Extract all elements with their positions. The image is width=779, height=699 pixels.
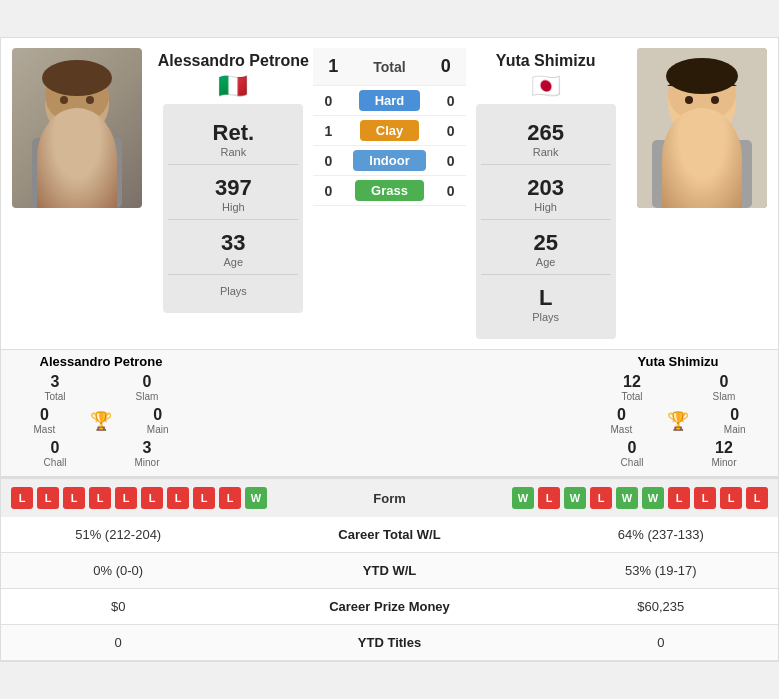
stats-right-1: 53% (19-17) (544, 553, 778, 589)
indoor-row: 0 Indoor 0 (313, 146, 465, 176)
right-minor-value: 12 (715, 439, 733, 457)
stats-left-0: 51% (212-204) (1, 517, 235, 553)
right-mast-value: 0 (617, 406, 626, 424)
form-left: LLLLLLLLLW (11, 487, 332, 509)
right-plays-label: Plays (532, 311, 559, 323)
stats-label-2: Career Prize Money (235, 589, 543, 625)
left-main-stat: 0 Main (133, 406, 183, 435)
left-form-badge-6: L (167, 487, 189, 509)
right-form-badge-0: W (512, 487, 534, 509)
left-player-name-small: Alessandro Petrone (9, 354, 193, 369)
right-chall-value: 0 (628, 439, 637, 457)
stats-label-3: YTD Titles (235, 625, 543, 661)
form-section: LLLLLLLLLW Form WLWLWWLLLL (1, 477, 778, 517)
right-total-stat: 12 Total (607, 373, 657, 402)
indoor-score-left: 0 (313, 153, 343, 169)
form-center-label: Form (340, 491, 440, 506)
right-mast-label: Mast (610, 424, 632, 435)
left-form-badge-1: L (37, 487, 59, 509)
indoor-badge: Indoor (353, 150, 425, 171)
left-rank-box: Ret. Rank 397 High 33 Age Plays (163, 104, 303, 313)
right-rank-value: 265 (527, 120, 564, 146)
hard-row: 0 Hard 0 (313, 86, 465, 116)
form-right: WLWLWWLLLL (448, 487, 769, 509)
right-chall-label: Chall (621, 457, 644, 468)
right-high-label: High (534, 201, 557, 213)
svg-point-6 (42, 60, 112, 96)
left-high-label: High (222, 201, 245, 213)
right-form-badge-2: W (564, 487, 586, 509)
right-rank-label: Rank (533, 146, 559, 158)
grass-score-right: 0 (436, 183, 466, 199)
left-minor-value: 3 (143, 439, 152, 457)
clay-score-left: 1 (313, 123, 343, 139)
left-main-value: 0 (153, 406, 162, 424)
total-score-right: 0 (426, 56, 466, 77)
left-stats-row2: 0 Mast 🏆 0 Main (9, 406, 193, 435)
right-player-name: Yuta Shimizu (496, 52, 596, 70)
left-mast-label: Mast (33, 424, 55, 435)
svg-point-3 (49, 128, 105, 148)
left-stats-row3: 0 Chall 3 Minor (9, 439, 193, 468)
left-trophy-icon: 🏆 (90, 410, 112, 432)
stats-row-0: 51% (212-204) Career Total W/L 64% (237-… (1, 517, 778, 553)
player-left (1, 48, 153, 339)
left-total-stat: 3 Total (30, 373, 80, 402)
svg-rect-10 (652, 140, 752, 208)
right-stats-row2: 0 Mast 🏆 0 Main (586, 406, 770, 435)
right-rank-box: 265 Rank 203 High 25 Age L Plays (476, 104, 616, 339)
left-slam-stat: 0 Slam (122, 373, 172, 402)
left-mast-stat: 0 Mast (19, 406, 69, 435)
right-form-badge-3: L (590, 487, 612, 509)
grass-row: 0 Grass 0 (313, 176, 465, 206)
stats-row-2: $0 Career Prize Money $60,235 (1, 589, 778, 625)
clay-row: 1 Clay 0 (313, 116, 465, 146)
svg-point-4 (60, 96, 68, 104)
stats-row-3: 0 YTD Titles 0 (1, 625, 778, 661)
right-high-stat: 203 High (481, 169, 611, 220)
right-total-label: Total (621, 391, 642, 402)
indoor-score-right: 0 (436, 153, 466, 169)
clay-score-right: 0 (436, 123, 466, 139)
player-left-photo (12, 48, 142, 208)
left-chall-stat: 0 Chall (30, 439, 80, 468)
left-rank-label: Rank (220, 146, 246, 158)
top-section: Alessandro Petrone 🇮🇹 Ret. Rank 397 High… (1, 38, 778, 349)
stats-right-3: 0 (544, 625, 778, 661)
left-form-badge-9: W (245, 487, 267, 509)
clay-badge: Clay (360, 120, 419, 141)
right-slam-label: Slam (713, 391, 736, 402)
center-spacer (201, 354, 578, 472)
left-slam-value: 0 (143, 373, 152, 391)
stats-left-3: 0 (1, 625, 235, 661)
right-slam-value: 0 (720, 373, 729, 391)
total-score-left: 1 (313, 56, 353, 77)
left-player-flag: 🇮🇹 (218, 72, 248, 100)
hard-badge: Hard (359, 90, 421, 111)
left-age-label: Age (224, 256, 244, 268)
left-high-stat: 397 High (168, 169, 298, 220)
svg-point-11 (672, 130, 732, 150)
right-minor-stat: 12 Minor (699, 439, 749, 468)
main-container: Alessandro Petrone 🇮🇹 Ret. Rank 397 High… (0, 37, 779, 662)
total-label: Total (353, 59, 425, 75)
right-high-value: 203 (527, 175, 564, 201)
stats-right-2: $60,235 (544, 589, 778, 625)
grass-score-left: 0 (313, 183, 343, 199)
right-form-badge-9: L (746, 487, 768, 509)
left-form-badge-8: L (219, 487, 241, 509)
right-age-value: 25 (533, 230, 557, 256)
right-main-value: 0 (730, 406, 739, 424)
stats-left-1: 0% (0-0) (1, 553, 235, 589)
stats-right-0: 64% (237-133) (544, 517, 778, 553)
left-minor-label: Minor (134, 457, 159, 468)
player-names-stats-row: Alessandro Petrone 3 Total 0 Slam 0 Mast… (1, 349, 778, 477)
right-player-info: Yuta Shimizu 🇯🇵 265 Rank 203 High 25 Age… (466, 48, 626, 339)
hard-score-right: 0 (436, 93, 466, 109)
right-rank-stat: 265 Rank (481, 114, 611, 165)
right-form-badge-4: W (616, 487, 638, 509)
stats-row-1: 0% (0-0) YTD W/L 53% (19-17) (1, 553, 778, 589)
left-chall-value: 0 (51, 439, 60, 457)
left-chall-label: Chall (44, 457, 67, 468)
left-slam-label: Slam (136, 391, 159, 402)
